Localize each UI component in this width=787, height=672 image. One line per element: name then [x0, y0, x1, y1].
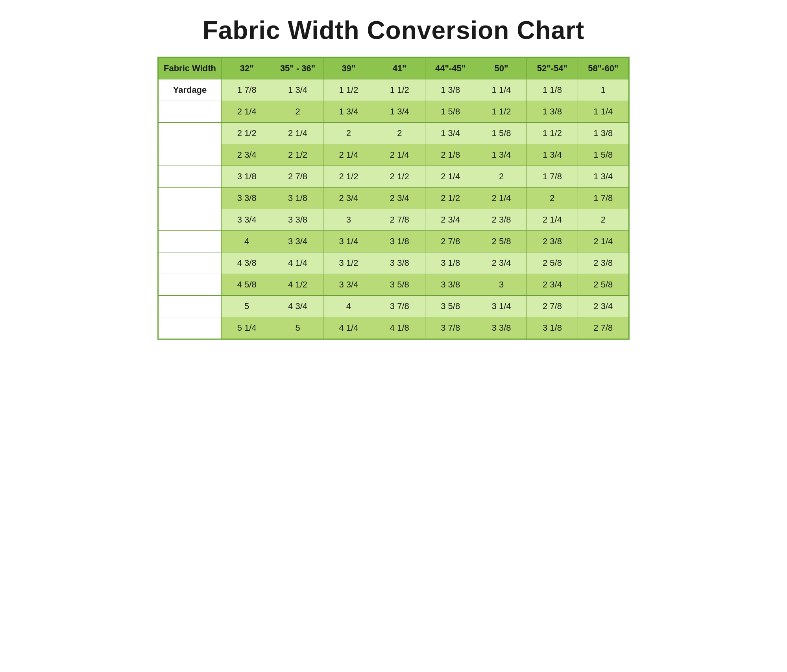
table-cell: 1 3/4 [476, 144, 527, 166]
yardage-label [159, 296, 222, 317]
table-cell: 1 3/8 [578, 123, 628, 144]
table-cell: 1 5/8 [476, 123, 527, 144]
table-header-row: Fabric Width32"35" - 36"39"41"44"-45"50"… [159, 58, 629, 79]
table-cell: 1 1/2 [323, 79, 374, 101]
table-cell: 4 3/4 [272, 296, 323, 317]
table-cell: 3 [323, 209, 374, 231]
table-row: 54 3/443 7/83 5/83 1/42 7/82 3/4 [159, 296, 629, 317]
table-cell: 3 1/8 [272, 188, 323, 209]
table-row: 3 1/82 7/82 1/22 1/22 1/421 7/81 3/4 [159, 166, 629, 188]
table-cell: 3 1/8 [425, 252, 476, 274]
yardage-label [159, 274, 222, 296]
table-cell: 2 7/8 [374, 209, 425, 231]
table-cell: 2 3/4 [527, 274, 578, 296]
table-row: Yardage1 7/81 3/41 1/21 1/21 3/81 1/41 1… [159, 79, 629, 101]
width-header-5: 44"-45" [425, 58, 476, 79]
table-cell: 3 3/8 [222, 188, 272, 209]
table-cell: 1 5/8 [425, 101, 476, 123]
table-cell: 2 3/4 [476, 252, 527, 274]
table-cell: 1 3/4 [425, 123, 476, 144]
table-cell: 3 1/2 [323, 252, 374, 274]
table-cell: 1 [578, 79, 628, 101]
table-cell: 3 1/4 [323, 231, 374, 252]
table-cell: 4 1/8 [374, 317, 425, 339]
table-cell: 1 7/8 [222, 79, 272, 101]
table-cell: 2 5/8 [527, 252, 578, 274]
table-cell: 1 3/4 [374, 101, 425, 123]
table-cell: 4 5/8 [222, 274, 272, 296]
table-cell: 4 1/4 [323, 317, 374, 339]
table-cell: 2 [476, 166, 527, 188]
table-cell: 2 3/8 [527, 231, 578, 252]
table-row: 5 1/454 1/44 1/83 7/83 3/83 1/82 7/8 [159, 317, 629, 339]
yardage-label [159, 317, 222, 339]
table-cell: 3 7/8 [374, 296, 425, 317]
table-cell: 3 1/8 [527, 317, 578, 339]
table-cell: 2 [578, 209, 628, 231]
yardage-label [159, 209, 222, 231]
page-title: Fabric Width Conversion Chart [157, 16, 630, 45]
yardage-label [159, 231, 222, 252]
table-cell: 2 1/4 [374, 144, 425, 166]
table-row: 43 3/43 1/43 1/82 7/82 5/82 3/82 1/4 [159, 231, 629, 252]
table-row: 2 1/421 3/41 3/41 5/81 1/21 3/81 1/4 [159, 101, 629, 123]
yardage-label [159, 166, 222, 188]
table-cell: 2 7/8 [272, 166, 323, 188]
table-cell: 2 7/8 [425, 231, 476, 252]
width-header-8: 58"-60" [578, 58, 628, 79]
table-cell: 1 1/8 [527, 79, 578, 101]
table-cell: 1 1/4 [578, 101, 628, 123]
table-cell: 2 3/4 [578, 296, 628, 317]
table-cell: 1 3/8 [425, 79, 476, 101]
table-cell: 2 1/2 [272, 144, 323, 166]
table-cell: 5 [222, 296, 272, 317]
yardage-label [159, 252, 222, 274]
table-cell: 2 3/4 [425, 209, 476, 231]
table-cell: 1 3/4 [527, 144, 578, 166]
table-row: 2 3/42 1/22 1/42 1/42 1/81 3/41 3/41 5/8 [159, 144, 629, 166]
table-cell: 4 3/8 [222, 252, 272, 274]
yardage-label: Yardage [159, 79, 222, 101]
table-cell: 2 1/2 [374, 166, 425, 188]
table-cell: 2 1/4 [272, 123, 323, 144]
table-wrapper: Fabric Width32"35" - 36"39"41"44"-45"50"… [157, 57, 630, 340]
table-cell: 2 1/4 [578, 231, 628, 252]
width-header-3: 39" [323, 58, 374, 79]
table-cell: 2 5/8 [578, 274, 628, 296]
width-header-4: 41" [374, 58, 425, 79]
table-cell: 1 5/8 [578, 144, 628, 166]
table-cell: 3 3/8 [272, 209, 323, 231]
table-cell: 1 3/4 [272, 79, 323, 101]
yardage-label [159, 144, 222, 166]
table-cell: 2 3/4 [222, 144, 272, 166]
table-cell: 2 3/8 [578, 252, 628, 274]
table-row: 4 3/84 1/43 1/23 3/83 1/82 3/42 5/82 3/8 [159, 252, 629, 274]
table-cell: 2 1/2 [222, 123, 272, 144]
table-cell: 5 1/4 [222, 317, 272, 339]
table-cell: 2 [272, 101, 323, 123]
table-cell: 3 3/8 [425, 274, 476, 296]
table-cell: 1 1/2 [374, 79, 425, 101]
table-row: 3 3/43 3/832 7/82 3/42 3/82 1/42 [159, 209, 629, 231]
table-cell: 3 3/4 [323, 274, 374, 296]
table-cell: 4 1/4 [272, 252, 323, 274]
table-cell: 3 1/8 [222, 166, 272, 188]
page-container: Fabric Width Conversion Chart Fabric Wid… [157, 16, 630, 340]
table-cell: 3 3/4 [272, 231, 323, 252]
table-cell: 1 7/8 [527, 166, 578, 188]
table-cell: 3 5/8 [374, 274, 425, 296]
width-header-7: 52"-54" [527, 58, 578, 79]
table-cell: 1 7/8 [578, 188, 628, 209]
fabric-width-header: Fabric Width [159, 58, 222, 79]
table-cell: 2 1/4 [476, 188, 527, 209]
width-header-2: 35" - 36" [272, 58, 323, 79]
table-cell: 3 3/4 [222, 209, 272, 231]
table-cell: 2 1/4 [425, 166, 476, 188]
table-cell: 3 1/4 [476, 296, 527, 317]
table-cell: 2 1/2 [323, 166, 374, 188]
table-cell: 4 [323, 296, 374, 317]
table-cell: 2 1/4 [323, 144, 374, 166]
table-cell: 2 1/8 [425, 144, 476, 166]
yardage-label [159, 123, 222, 144]
width-header-6: 50" [476, 58, 527, 79]
